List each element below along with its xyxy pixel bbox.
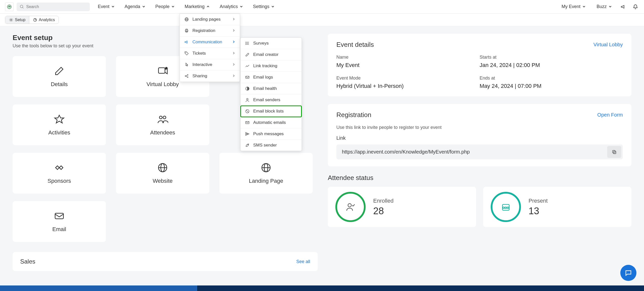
starts-value: Jan 24, 2024 | 02:00 PM bbox=[480, 62, 623, 68]
app-logo[interactable] bbox=[5, 3, 14, 11]
sm-email-senders[interactable]: Email senders bbox=[241, 94, 302, 106]
sm-label: Email logs bbox=[253, 75, 273, 80]
megaphone-button[interactable] bbox=[620, 3, 627, 10]
status-enrolled: Enrolled 28 bbox=[328, 187, 476, 227]
tile-details[interactable]: Details bbox=[13, 56, 106, 97]
inbox-icon bbox=[245, 75, 250, 80]
tile-label: Landing Page bbox=[249, 178, 283, 184]
sales-title: Sales bbox=[20, 258, 35, 265]
svg-line-27 bbox=[246, 110, 249, 112]
svg-point-48 bbox=[505, 207, 507, 209]
sm-label: SMS sender bbox=[253, 143, 277, 148]
svg-point-1 bbox=[9, 6, 9, 7]
enrolled-ring bbox=[335, 192, 366, 222]
present-ring bbox=[491, 192, 521, 222]
send-icon bbox=[245, 132, 250, 136]
link-row: https://app.inevent.com/en/Knowledge/MyE… bbox=[336, 144, 623, 159]
attendee-status-title: Attendee status bbox=[328, 174, 631, 182]
tile-website[interactable]: Website bbox=[116, 153, 209, 194]
enrolled-value: 28 bbox=[373, 206, 394, 216]
dd-landing-pages[interactable]: Landing pages bbox=[180, 14, 240, 25]
sm-email-block-lists[interactable]: Email block lists bbox=[241, 106, 302, 117]
chevron-right-icon bbox=[232, 51, 235, 56]
bullhorn-icon bbox=[184, 40, 189, 44]
tile-landing-page[interactable]: Landing Page bbox=[219, 153, 313, 194]
svg-point-3 bbox=[20, 5, 23, 8]
svg-rect-50 bbox=[503, 204, 509, 210]
envelope-icon bbox=[245, 120, 250, 125]
sm-link-tracking[interactable]: Link tracking bbox=[241, 60, 302, 72]
search-input[interactable] bbox=[26, 5, 87, 9]
dd-label: Registration bbox=[192, 28, 215, 33]
svg-line-4 bbox=[22, 7, 23, 8]
see-all-link[interactable]: See all bbox=[296, 259, 310, 264]
ends-label: Ends at bbox=[480, 76, 623, 81]
seg-setup[interactable]: Setup bbox=[5, 16, 29, 24]
sm-label: Email block lists bbox=[253, 109, 284, 114]
tile-email[interactable]: Email bbox=[13, 201, 106, 242]
dd-tickets[interactable]: Tickets bbox=[180, 48, 240, 59]
chat-fab[interactable] bbox=[620, 265, 636, 281]
svg-point-36 bbox=[163, 116, 166, 119]
dd-communication[interactable]: Communication bbox=[180, 37, 240, 48]
seg-analytics[interactable]: Analytics bbox=[29, 16, 58, 24]
registration-card: Registration Open Form Use this link to … bbox=[328, 104, 631, 166]
dd-registration[interactable]: Registration bbox=[180, 25, 240, 37]
nav-marketing[interactable]: Marketing Landing pages Registration Com… bbox=[180, 0, 215, 14]
svg-point-12 bbox=[185, 76, 186, 76]
sm-email-logs[interactable]: Email logs bbox=[241, 72, 302, 83]
sm-automatic-emails[interactable]: Automatic emails bbox=[241, 117, 302, 128]
tile-label: Virtual Lobby bbox=[147, 81, 179, 88]
tile-activities[interactable]: Activities bbox=[13, 104, 106, 145]
communication-submenu: Surveys Email creator Link tracking Emai… bbox=[240, 38, 302, 151]
nav-buzz[interactable]: Buzz bbox=[594, 0, 615, 14]
search-box[interactable] bbox=[17, 3, 90, 11]
nav-event[interactable]: Event bbox=[93, 0, 120, 14]
virtual-lobby-link[interactable]: Virtual Lobby bbox=[594, 42, 623, 48]
dd-sharing[interactable]: Sharing bbox=[180, 70, 240, 82]
name-value: My Event bbox=[336, 62, 480, 68]
dd-label: Landing pages bbox=[192, 17, 221, 22]
tag-icon bbox=[184, 51, 189, 56]
sm-sms-sender[interactable]: SMS sender bbox=[241, 140, 302, 151]
svg-point-30 bbox=[11, 19, 12, 20]
ends-value: May 24, 2024 | 07:00 PM bbox=[480, 83, 623, 89]
sm-label: Automatic emails bbox=[253, 120, 286, 125]
nav-settings[interactable]: Settings bbox=[248, 0, 279, 14]
tile-attendees[interactable]: Attendees bbox=[116, 104, 209, 145]
tile-label: Website bbox=[153, 178, 172, 184]
nav-label: Marketing bbox=[185, 4, 204, 9]
nav-people[interactable]: People bbox=[150, 0, 180, 14]
svg-point-2 bbox=[10, 6, 10, 7]
sm-email-health[interactable]: Email health bbox=[241, 83, 302, 94]
chevron-down-icon bbox=[171, 4, 174, 9]
chevron-down-icon bbox=[240, 4, 243, 9]
svg-point-35 bbox=[159, 116, 162, 119]
copy-button[interactable] bbox=[607, 146, 621, 158]
nav-agenda[interactable]: Agenda bbox=[120, 0, 150, 14]
nav-my-event[interactable]: My Event bbox=[559, 0, 589, 14]
sm-surveys[interactable]: Surveys bbox=[241, 38, 302, 49]
ban-icon bbox=[245, 109, 250, 114]
dd-interactive[interactable]: Interactive bbox=[180, 59, 240, 70]
present-label: Present bbox=[529, 198, 548, 204]
seg-label: Analytics bbox=[39, 18, 55, 22]
tile-label: Activities bbox=[48, 129, 70, 136]
nav-right: My Event Buzz bbox=[559, 0, 639, 14]
chevron-right-icon bbox=[232, 28, 235, 33]
gear-icon bbox=[9, 18, 13, 22]
svg-rect-44 bbox=[613, 151, 616, 154]
svg-rect-9 bbox=[186, 29, 187, 30]
present-value: 13 bbox=[529, 206, 548, 216]
sm-push-messages[interactable]: Push messages bbox=[241, 128, 302, 140]
tile-label: Sponsors bbox=[48, 178, 71, 184]
open-form-link[interactable]: Open Form bbox=[597, 112, 623, 118]
nav-items: Event Agenda People Marketing Landing pa… bbox=[93, 0, 279, 14]
tile-sponsors[interactable]: Sponsors bbox=[13, 153, 106, 194]
nav-label: My Event bbox=[562, 4, 580, 9]
sm-email-creator[interactable]: Email creator bbox=[241, 49, 302, 60]
notifications-button[interactable] bbox=[632, 3, 639, 10]
nav-analytics[interactable]: Analytics bbox=[215, 0, 248, 14]
dd-label: Tickets bbox=[192, 51, 206, 56]
sm-label: Email health bbox=[253, 86, 277, 91]
